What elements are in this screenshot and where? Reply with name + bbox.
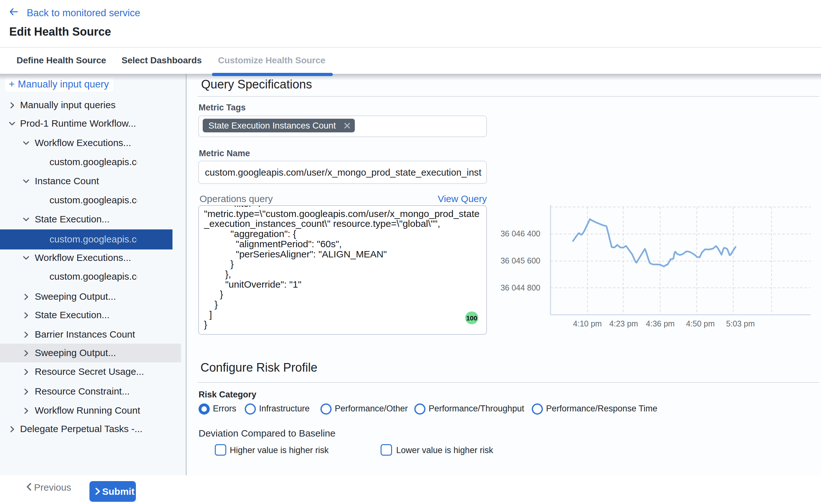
svg-text:4:10 pm: 4:10 pm xyxy=(573,319,602,328)
svg-text:4:50 pm: 4:50 pm xyxy=(686,319,715,328)
svg-text:36 045 600: 36 045 600 xyxy=(501,256,540,265)
svg-text:4:36 pm: 4:36 pm xyxy=(646,319,675,328)
svg-text:36 044 800: 36 044 800 xyxy=(501,283,540,292)
svg-text:36 046 400: 36 046 400 xyxy=(501,229,540,238)
svg-text:5:03 pm: 5:03 pm xyxy=(726,319,755,328)
svg-text:4:23 pm: 4:23 pm xyxy=(609,319,638,328)
